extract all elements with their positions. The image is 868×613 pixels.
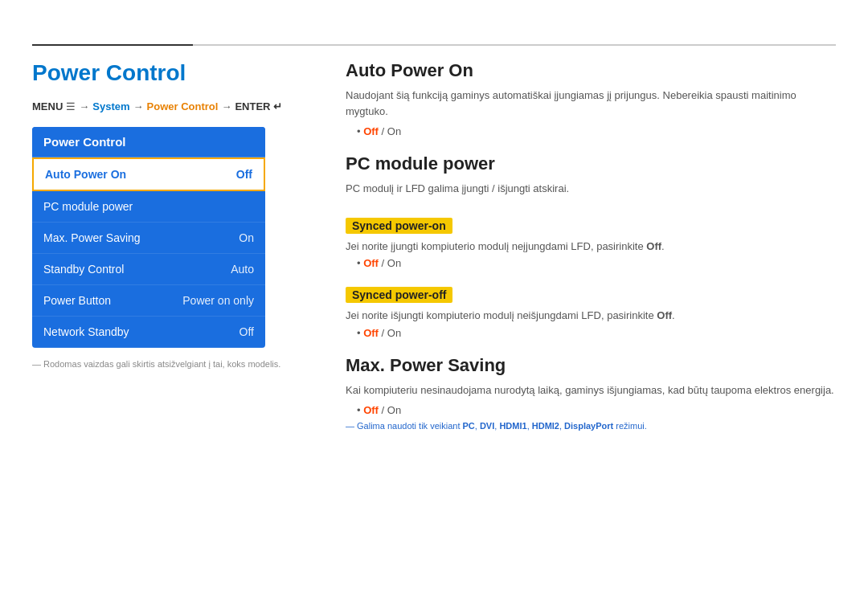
section-pc-module-power: PC module power PC modulį ir LFD galima … [346,153,836,339]
menu-item-value: Off [240,325,254,338]
footnote-max-power: — Galima naudoti tik veikiant PC, DVI, H… [346,421,836,431]
off-label-synced-off: Off [363,327,379,339]
menu-header: Power Control [32,127,265,157]
menu-item-value: Auto [231,263,254,276]
bullet-synced-off: Off / On [357,327,836,339]
slash-max: / On [379,404,401,416]
menu-item-value: On [239,231,254,244]
off-label-auto: Off [363,125,379,137]
left-panel: Power Control MENU ☰ → System → Power Co… [32,52,305,369]
section-title-max-power: Max. Power Saving [346,355,836,376]
menu-item-value: Off [236,168,252,181]
section-title-pc-module: PC module power [346,153,836,174]
breadcrumb-powercontrol: Power Control [147,100,219,112]
page-title: Power Control [32,60,305,86]
bullet-max-power: Off / On [357,404,836,416]
menu-item-max-power-saving[interactable]: Max. Power Saving On [32,223,265,254]
menu-item-label: Standby Control [43,263,124,276]
slash-synced-on: / On [379,257,401,269]
synced-on-badge: Synced power-on [346,218,452,234]
slash-synced-off: / On [379,327,401,339]
section-desc-pc-module: PC modulį ir LFD galima įjungti / išjung… [346,181,836,197]
section-title-auto-power-on: Auto Power On [346,60,836,81]
menu-item-label: Auto Power On [45,168,126,181]
menu-icon: ☰ [66,100,76,112]
bullet-auto-power-on: Off / On [357,125,836,137]
menu-item-standby-control[interactable]: Standby Control Auto [32,254,265,285]
section-desc-max-power: Kai kompiuteriu nesinaudojama nurodytą l… [346,382,836,398]
section-max-power-saving: Max. Power Saving Kai kompiuteriu nesina… [346,355,836,431]
off-label-synced-on: Off [363,257,379,269]
menu-item-label: Max. Power Saving [43,231,141,244]
menu-item-label: Network Standby [43,325,129,338]
breadcrumb-enter: ENTER ↵ [235,100,282,112]
menu-item-label: Power Button [43,294,111,307]
left-footnote: — Rodomas vaizdas gali skirtis atsižvelg… [32,359,305,369]
breadcrumb-menu: MENU [32,100,63,112]
breadcrumb-system: System [92,100,129,112]
synced-off-desc: Jei norite išjungti kompiuterio modulį n… [346,308,836,324]
synced-power-off-label: Synced power-off [346,272,836,308]
menu-box: Power Control Auto Power On Off PC modul… [32,127,265,348]
breadcrumb-arrow-3: → [221,100,231,112]
slash-auto: / On [379,125,401,137]
breadcrumb-arrow-2: → [133,100,144,112]
breadcrumb: MENU ☰ → System → Power Control → ENTER … [32,100,305,112]
menu-item-value: Power on only [182,294,254,307]
off-label-max: Off [363,404,379,416]
right-panel: Auto Power On Naudojant šią funkciją gam… [346,60,836,447]
menu-item-pc-module-power[interactable]: PC module power [32,191,265,223]
section-desc-auto-power-on: Naudojant šią funkciją gaminys automatiš… [346,88,836,119]
synced-on-desc: Jei norite įjungti kompiuterio modulį ne… [346,239,836,255]
synced-power-on-label: Synced power-on [346,203,836,239]
synced-off-badge: Synced power-off [346,287,452,303]
menu-item-auto-power-on[interactable]: Auto Power On Off [32,157,265,191]
menu-item-network-standby[interactable]: Network Standby Off [32,317,265,348]
top-border [32,44,836,46]
bullet-synced-on: Off / On [357,257,836,269]
section-auto-power-on: Auto Power On Naudojant šią funkciją gam… [346,60,836,137]
menu-item-power-button[interactable]: Power Button Power on only [32,285,265,317]
menu-item-label: PC module power [43,200,133,213]
breadcrumb-arrow-1: → [79,100,89,112]
